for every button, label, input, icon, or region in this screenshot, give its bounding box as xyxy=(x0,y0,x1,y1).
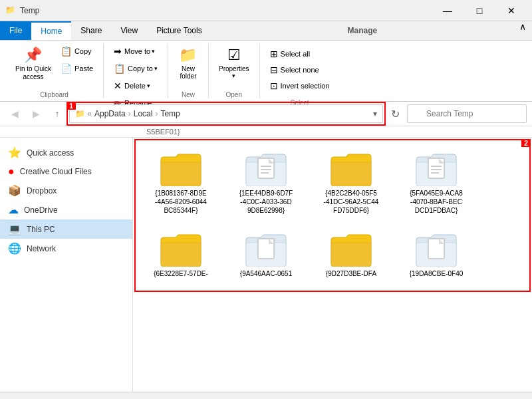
new-folder-label: Newfolder xyxy=(180,65,196,80)
folder-item-5[interactable]: {6E3228E7-57DE- xyxy=(141,226,221,284)
delete-button[interactable]: ✕ Delete ▾ xyxy=(109,78,155,94)
address-input[interactable]: 📁 « AppData › Local › Temp ▾ xyxy=(69,104,383,123)
content-area: 2 {1B081367-8D9E-4A56-8209-6044BC85344F} xyxy=(133,138,532,392)
breadcrumb-appdata[interactable]: AppData xyxy=(94,109,126,118)
title-bar-icon: 📁 xyxy=(5,5,16,16)
new-label: New xyxy=(182,88,195,98)
select-none-icon: ⊟ xyxy=(270,65,278,75)
folder-grid: {1B081367-8D9E-4A56-8209-6044BC85344F} {… xyxy=(141,146,524,284)
folder-name-2: {1EE44DB9-6D7F-4C0C-A033-36D9D8E62998} xyxy=(239,189,293,215)
breadcrumb-temp[interactable]: Temp xyxy=(160,109,180,118)
folder-name-4: {5FA045E9-ACA8-4070-8BAF-BECDCD1FDBAC} xyxy=(410,189,463,215)
folder-name-1: {1B081367-8D9E-4A56-8209-6044BC85344F} xyxy=(155,189,207,215)
folder-icon-7 xyxy=(330,232,372,267)
paste-icon: 📄 xyxy=(61,63,72,74)
copy-to-icon: 📋 xyxy=(114,63,125,74)
refresh-button[interactable]: ↻ xyxy=(386,104,404,123)
close-button[interactable]: ✕ xyxy=(496,0,527,21)
ribbon-group-open: ☑ Properties ▾ Open xyxy=(209,43,260,98)
ribbon: 📌 Pin to Quickaccess 📋 Copy 📄 Paste Clip… xyxy=(0,41,532,102)
invert-icon: ⊡ xyxy=(270,80,278,91)
search-input[interactable] xyxy=(407,104,527,123)
address-box-wrapper: 1 📁 « AppData › Local › Temp ▾ xyxy=(69,104,383,123)
this-pc-icon: 💻 xyxy=(8,223,21,235)
dropbox-label: Dropbox xyxy=(27,186,57,196)
address-dropdown-icon[interactable]: ▾ xyxy=(373,109,377,118)
tab-file[interactable]: File xyxy=(0,21,31,40)
select-buttons: ⊞ Select all ⊟ Select none ⊡ Invert sele… xyxy=(265,43,334,96)
pin-quick-access-button[interactable]: 📌 Pin to Quickaccess xyxy=(11,43,56,84)
folder-icon-8 xyxy=(415,232,458,267)
pin-icon: 📌 xyxy=(24,47,42,64)
folder-item-2[interactable]: {1EE44DB9-6D7F-4C0C-A033-36D9D8E62998} xyxy=(226,146,306,221)
move-icon: ➡ xyxy=(114,46,122,57)
manage-tab-label: Manage xyxy=(211,21,513,40)
copy-to-button[interactable]: 📋 Copy to ▾ xyxy=(109,61,162,76)
folder-item-7[interactable]: {9D27D3BE-DFA xyxy=(311,226,391,284)
title-bar-controls: — □ ✕ xyxy=(432,0,527,21)
minimize-button[interactable]: — xyxy=(432,0,463,21)
title-bar-title: Temp xyxy=(20,6,432,15)
sep1: › xyxy=(128,109,131,118)
sidebar: ⭐ Quick access ● Creative Cloud Files 📦 … xyxy=(0,138,133,392)
network-icon: 🌐 xyxy=(8,242,21,255)
folder-icon-6 xyxy=(245,232,287,267)
copy-paste-group: 📋 Copy 📄 Paste xyxy=(56,43,98,76)
properties-label: Properties xyxy=(219,65,249,72)
ribbon-group-new: 📁 Newfolder New xyxy=(168,43,209,98)
tab-picture-tools[interactable]: Picture Tools xyxy=(147,21,211,40)
sidebar-item-network[interactable]: 🌐 Network xyxy=(0,239,132,258)
paste-button[interactable]: 📄 Paste xyxy=(56,61,98,76)
copy-dropdown-icon: ▾ xyxy=(154,65,158,72)
folder-icon-5 xyxy=(160,232,202,267)
sidebar-item-onedrive[interactable]: ☁ OneDrive xyxy=(0,200,132,219)
folder-item-3[interactable]: {4B2C2B40-05F5-41DC-96A2-5C44FD75DDF6} xyxy=(311,146,391,221)
folder-item-8[interactable]: {19DA8CBE-0F40 xyxy=(396,226,476,284)
onedrive-icon: ☁ xyxy=(8,203,19,216)
folder-item-6[interactable]: {9A546AAC-0651 xyxy=(226,226,306,284)
annotation-2-label: 2 xyxy=(521,139,531,147)
copy-button[interactable]: 📋 Copy xyxy=(56,43,98,59)
recent-bar: S5BEF01} xyxy=(0,126,532,138)
invert-selection-button[interactable]: ⊡ Invert selection xyxy=(265,78,334,94)
annotation-1-label: 1 xyxy=(66,102,76,110)
recent-path: S5BEF01} xyxy=(146,128,180,136)
tab-view[interactable]: View xyxy=(111,21,147,40)
copy-icon: 📋 xyxy=(61,46,72,57)
up-button[interactable]: ↑ xyxy=(48,104,66,123)
title-bar: 📁 Temp — □ ✕ xyxy=(0,0,532,21)
sidebar-item-this-pc[interactable]: 💻 This PC xyxy=(0,219,132,239)
creative-cloud-icon: ● xyxy=(8,166,15,178)
select-all-button[interactable]: ⊞ Select all xyxy=(265,46,334,62)
address-bar: ◀ ▶ ↑ 1 📁 « AppData › Local › Temp ▾ ↻ 🔍 xyxy=(0,102,532,126)
folder-icon-2 xyxy=(245,152,287,186)
copy-label: Copy xyxy=(74,47,92,55)
sidebar-item-creative-cloud[interactable]: ● Creative Cloud Files xyxy=(0,162,132,181)
main-layout: ⭐ Quick access ● Creative Cloud Files 📦 … xyxy=(0,138,532,392)
folder-name-7: {9D27D3BE-DFA xyxy=(326,269,376,278)
select-none-button[interactable]: ⊟ Select none xyxy=(265,62,334,78)
ribbon-group-organize: ➡ Move to ▾ 📋 Copy to ▾ ✕ Delete ▾ ✏ Ren… xyxy=(104,43,168,98)
sidebar-item-dropbox[interactable]: 📦 Dropbox xyxy=(0,181,132,200)
search-wrapper: 🔍 xyxy=(407,104,527,123)
properties-button[interactable]: ☑ Properties ▾ xyxy=(214,43,254,88)
ribbon-collapse-button[interactable]: ∧ xyxy=(513,21,532,32)
new-folder-button[interactable]: 📁 Newfolder xyxy=(174,43,203,88)
folder-item-4[interactable]: {5FA045E9-ACA8-4070-8BAF-BECDCD1FDBAC} xyxy=(396,146,476,221)
move-to-button[interactable]: ➡ Move to ▾ xyxy=(109,43,160,59)
ribbon-group-clipboard: 📌 Pin to Quickaccess 📋 Copy 📄 Paste Clip… xyxy=(5,43,104,98)
tab-home[interactable]: Home xyxy=(31,21,71,40)
tab-share[interactable]: Share xyxy=(71,21,111,40)
back-button[interactable]: ◀ xyxy=(5,104,24,123)
creative-cloud-label: Creative Cloud Files xyxy=(20,167,92,176)
forward-button[interactable]: ▶ xyxy=(27,104,45,123)
maximize-button[interactable]: □ xyxy=(464,0,495,21)
breadcrumb-local[interactable]: Local xyxy=(134,109,153,118)
new-folder-icon: 📁 xyxy=(179,47,197,64)
clipboard-label: Clipboard xyxy=(40,88,68,98)
folder-item-1[interactable]: {1B081367-8D9E-4A56-8209-6044BC85344F} xyxy=(141,146,221,221)
select-none-label: Select none xyxy=(281,66,319,74)
select-all-icon: ⊞ xyxy=(270,49,278,59)
folder-name-8: {19DA8CBE-0F40 xyxy=(410,269,464,278)
sidebar-item-quick-access[interactable]: ⭐ Quick access xyxy=(0,143,132,162)
